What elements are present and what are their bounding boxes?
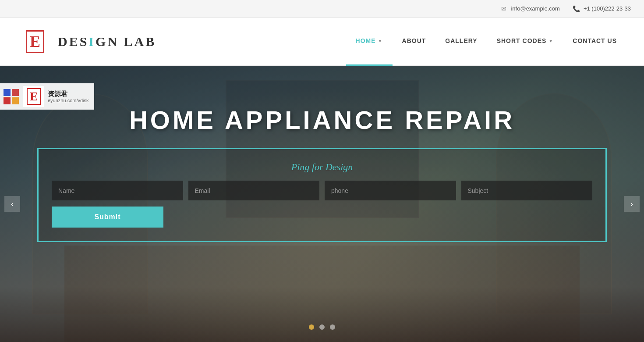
- carousel-prev-arrow[interactable]: ‹: [4, 196, 20, 212]
- carousel-next-arrow[interactable]: ›: [624, 196, 640, 212]
- email-icon: ✉: [500, 5, 507, 12]
- top-bar: ✉ info@example.com 📞 +1 (100)222-23-33: [0, 0, 644, 18]
- form-fields-row: [52, 181, 592, 200]
- nav-home[interactable]: HOME ▼: [346, 18, 393, 66]
- main-nav: HOME ▼ ABOUT GALLERY SHORT CODES ▼ CONTA…: [346, 18, 626, 66]
- phone-icon: 📞: [573, 5, 580, 12]
- form-box-title: Ping for Design: [52, 161, 592, 173]
- hero-form-box: Ping for Design Submit: [37, 148, 607, 242]
- nav-about[interactable]: ABOUT: [393, 18, 436, 66]
- logo-area: E DESIGN LAB: [18, 28, 156, 55]
- logo-text: DESIGN LAB: [58, 34, 156, 49]
- nav-gallery[interactable]: GALLERY: [435, 18, 487, 66]
- short-codes-dropdown-arrow: ▼: [548, 39, 553, 43]
- phone-contact: 📞 +1 (100)222-23-33: [573, 5, 631, 12]
- phone-text: +1 (100)222-23-33: [584, 5, 631, 12]
- email-input[interactable]: [188, 181, 320, 200]
- header: E DESIGN LAB HOME ▼ ABOUT GALLERY SHORT …: [0, 18, 644, 66]
- subject-input[interactable]: [461, 181, 593, 200]
- nav-short-codes[interactable]: SHORT CODES ▼: [487, 18, 563, 66]
- logo-letter: E: [26, 30, 44, 53]
- email-text: info@example.com: [511, 5, 559, 12]
- nav-contact-us[interactable]: CONTACT US: [563, 18, 626, 66]
- logo-des: DES: [58, 34, 88, 49]
- phone-input[interactable]: [325, 181, 456, 200]
- carousel-dot-3[interactable]: [330, 324, 335, 330]
- name-input[interactable]: [52, 181, 183, 200]
- email-contact: ✉ info@example.com: [500, 5, 559, 12]
- form-submit-row: Submit: [52, 207, 592, 228]
- logo-gn: GN LAB: [96, 34, 156, 49]
- carousel-dot-1[interactable]: [309, 324, 314, 330]
- carousel-dots: [309, 324, 335, 330]
- logo-i: I: [88, 34, 96, 49]
- submit-button[interactable]: Submit: [52, 207, 163, 228]
- hero-section: HOME APPLIANCE REPAIR Ping for Design Su…: [0, 66, 644, 342]
- home-dropdown-arrow: ▼: [378, 39, 383, 43]
- hero-title: HOME APPLIANCE REPAIR: [129, 105, 515, 135]
- hero-content: HOME APPLIANCE REPAIR Ping for Design Su…: [0, 66, 644, 342]
- logo-icon: E: [18, 28, 53, 55]
- carousel-dot-2[interactable]: [319, 324, 325, 330]
